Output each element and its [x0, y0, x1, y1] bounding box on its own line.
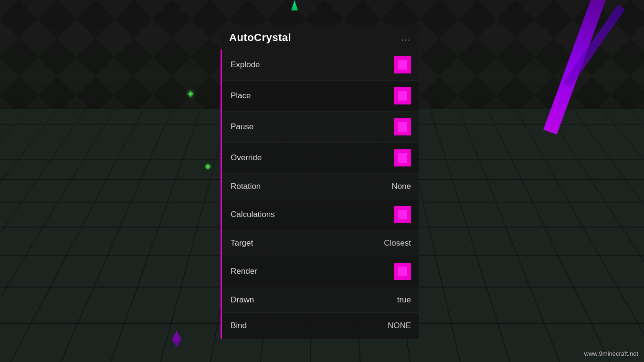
row-value-drawn: true [397, 295, 411, 305]
toggle-btn-explode[interactable] [394, 56, 411, 73]
watermark: www.9minecraft.net [584, 350, 638, 357]
toggle-btn-inner-explode [398, 60, 407, 70]
row-label-bind: Bind [231, 321, 247, 331]
row-label-calculations: Calculations [231, 210, 275, 219]
row-value-target: Closest [384, 238, 411, 248]
row-label-override: Override [231, 153, 262, 163]
green-cross-icon: ✦ [186, 88, 195, 101]
row-label-drawn: Drawn [231, 295, 254, 305]
panel-row-place[interactable]: Place [222, 81, 419, 112]
panel-row-target[interactable]: TargetClosest [222, 230, 419, 256]
panel-menu-button[interactable]: ... [401, 33, 411, 43]
panel-row-calculations[interactable]: Calculations [222, 199, 419, 230]
toggle-btn-inner-override [398, 153, 407, 163]
row-label-explode: Explode [231, 60, 260, 70]
panel-title: AutoCrystal [229, 31, 291, 44]
row-label-target: Target [231, 238, 253, 248]
row-label-place: Place [231, 91, 251, 101]
panel-row-render[interactable]: Render [222, 256, 419, 287]
panel-row-drawn[interactable]: Drawntrue [222, 287, 419, 313]
panel-body: ExplodePlacePauseOverrideRotationNoneCal… [221, 50, 419, 339]
row-label-render: Render [231, 267, 257, 276]
toggle-btn-place[interactable] [394, 87, 411, 104]
toggle-btn-inner-calculations [398, 210, 407, 219]
panel-header: AutoCrystal ... [221, 25, 419, 50]
toggle-btn-inner-place [398, 91, 407, 101]
row-label-pause: Pause [231, 122, 253, 132]
panel-row-rotation[interactable]: RotationNone [222, 174, 419, 199]
green-diamond-icon: ◆ [205, 162, 211, 170]
panel-row-bind[interactable]: BindNONE [222, 313, 419, 339]
row-value-rotation: None [391, 182, 411, 191]
row-label-rotation: Rotation [231, 182, 261, 191]
toggle-btn-override[interactable] [394, 149, 411, 166]
toggle-btn-render[interactable] [394, 263, 411, 280]
panel-row-explode[interactable]: Explode [222, 50, 419, 81]
panel-row-pause[interactable]: Pause [222, 112, 419, 143]
toggle-btn-inner-render [398, 267, 407, 276]
row-value-bind: NONE [388, 321, 411, 331]
toggle-btn-inner-pause [398, 122, 407, 132]
toggle-btn-calculations[interactable] [394, 206, 411, 223]
autocrystal-panel: AutoCrystal ... ExplodePlacePauseOverrid… [221, 25, 419, 339]
panel-row-override[interactable]: Override [222, 143, 419, 174]
toggle-btn-pause[interactable] [394, 118, 411, 135]
